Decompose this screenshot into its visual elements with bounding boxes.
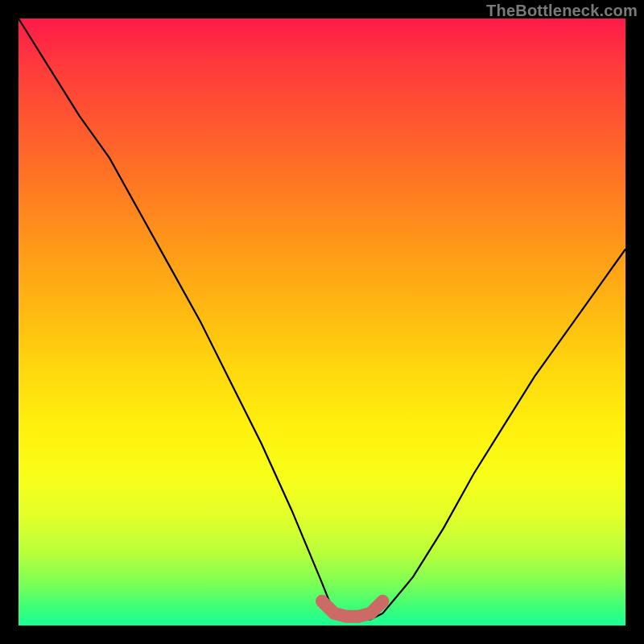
bottleneck-curve [19, 19, 625, 620]
plot-area [19, 19, 625, 625]
chart-svg [19, 19, 625, 625]
optimal-band [322, 601, 382, 617]
chart-frame: TheBottleneck.com [0, 0, 644, 644]
watermark-text: TheBottleneck.com [486, 2, 638, 20]
